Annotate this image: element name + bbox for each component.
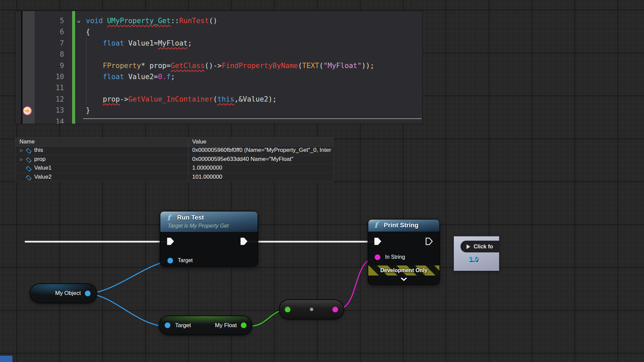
expand-arrow-icon[interactable]: ▷ <box>20 157 23 162</box>
code-token <box>86 73 103 81</box>
object-wire-to-getter-target <box>89 294 167 326</box>
code-text[interactable]: void UMyProperty_Get::RunTest() <box>86 15 217 26</box>
code-token: float <box>103 39 124 47</box>
watched-value: 1.0 <box>469 255 478 263</box>
code-token: FProperty <box>103 62 141 70</box>
watch-row-prop[interactable]: ▷prop0x00000595e633dd40 Name="MyFloat" <box>15 155 333 164</box>
watch-name-header[interactable]: Name <box>19 138 35 145</box>
code-line-13[interactable]: 13} <box>15 105 422 116</box>
code-line-14[interactable]: 14 <box>15 116 422 124</box>
node-get-my-float[interactable]: Target My Float <box>159 316 252 335</box>
code-token: ()-> <box>205 62 222 70</box>
exec-out-pin[interactable] <box>425 237 433 246</box>
line-number: 12 <box>35 94 64 105</box>
code-line-5[interactable]: 5⌄void UMyProperty_Get::RunTest() <box>15 15 422 26</box>
unreal-blueprint-graph-canvas[interactable]: f Run Test Target is My Property Get Tar… <box>0 0 644 362</box>
code-token: } <box>86 106 90 114</box>
watch-row-Value2[interactable]: Value2101.000000 <box>15 173 333 182</box>
code-text[interactable]: prop->GetValue_InContainer(this,&Value2)… <box>86 94 277 105</box>
watch-value-header[interactable]: Value <box>192 138 206 145</box>
node-print-string[interactable]: f Print String In String Development Onl… <box>368 220 439 284</box>
code-token: GetValue_InContainer <box>128 95 213 103</box>
code-text[interactable]: { <box>86 26 90 38</box>
exec-out-pin[interactable] <box>240 237 248 246</box>
exec-in-pin[interactable] <box>167 237 175 246</box>
code-line-7[interactable]: 7 float Value1=MyFloat; <box>15 38 422 49</box>
code-token: UMyProperty_Get <box>107 17 171 25</box>
code-text[interactable]: float Value1=MyFloat; <box>86 38 192 49</box>
code-token <box>86 62 103 70</box>
watch-variable-value[interactable]: 0x000005960fbf0ff0 (Name="MyProperty_Get… <box>192 147 331 154</box>
code-token: prop <box>103 95 120 103</box>
node-run-test[interactable]: f Run Test Target is My Property Get Tar… <box>160 212 258 266</box>
line-number: 10 <box>35 71 64 82</box>
code-text[interactable]: } <box>86 105 90 116</box>
watch-variable-value[interactable]: 101.000000 <box>192 174 331 180</box>
watch-variable-name[interactable]: Value1 <box>34 165 52 171</box>
code-token: void <box>86 17 107 25</box>
code-line-8[interactable]: 8 <box>15 49 422 60</box>
development-only-label: Development Only <box>380 267 427 274</box>
code-token: () <box>209 17 217 25</box>
target-pin-label: Target <box>178 257 193 263</box>
expand-arrow-icon[interactable]: ▷ <box>20 148 23 153</box>
code-token: { <box>86 28 90 36</box>
debug-value-tooltip: Click fo 1.0 <box>454 236 499 271</box>
object-wire-to-runtest-target <box>89 261 168 294</box>
code-token: f <box>166 73 171 81</box>
code-line-11[interactable]: 11 <box>15 82 422 94</box>
code-token: ; <box>171 73 175 81</box>
code-token: MyFloat <box>158 39 188 47</box>
watch-variable-value[interactable]: 1.00000000 <box>192 165 331 171</box>
my-float-out-pin[interactable] <box>241 322 247 328</box>
in-string-pin[interactable] <box>375 254 380 260</box>
exec-in-pin[interactable] <box>374 237 382 246</box>
watch-window[interactable]: Name Value ▷this0x000005960fbf0ff0 (Name… <box>15 137 334 181</box>
click-for-button[interactable]: Click fo <box>461 241 499 252</box>
code-line-9[interactable]: 9 FProperty* prop=GetClass()->FindProper… <box>15 60 422 71</box>
watch-row-Value1[interactable]: Value11.00000000 <box>15 164 333 173</box>
code-line-10[interactable]: 10 float Value2=0.f; <box>15 71 422 82</box>
node-my-object[interactable]: My Object <box>30 284 97 303</box>
watch-variable-name[interactable]: prop <box>34 156 46 163</box>
code-token: :: <box>171 17 179 25</box>
line-number: 6 <box>35 26 64 38</box>
node-run-test-header[interactable]: f Run Test Target is My Property Get <box>160 212 258 232</box>
converter-out-pin[interactable] <box>332 307 338 312</box>
code-token: "MyFloat" <box>323 62 362 70</box>
node-title: Run Test <box>177 214 204 221</box>
code-line-6[interactable]: 6{ <box>15 26 422 38</box>
code-token <box>86 39 103 47</box>
code-token: ( <box>213 95 217 103</box>
getter-target-pin[interactable] <box>165 322 170 328</box>
node-float-to-string[interactable] <box>279 300 343 319</box>
line-number: 5 <box>35 15 64 26</box>
bottom-left-window-fragment <box>0 356 12 362</box>
code-line-12[interactable]: 12 prop->GetValue_InContainer(this,&Valu… <box>15 94 422 105</box>
target-pin[interactable] <box>167 258 173 263</box>
watch-variable-name[interactable]: Value2 <box>34 174 52 180</box>
cursor-arrow-icon <box>467 244 470 249</box>
code-token: * prop= <box>141 62 171 70</box>
expand-chevron-icon[interactable] <box>400 277 408 281</box>
code-text[interactable]: float Value2=0.f; <box>86 71 175 82</box>
code-token: this <box>217 95 234 103</box>
fold-chevron-icon[interactable]: ⌄ <box>77 14 80 25</box>
code-token: float <box>103 73 124 81</box>
code-editor-window[interactable]: 5⌄void UMyProperty_Get::RunTest()6{7 flo… <box>15 11 423 124</box>
current-statement-icon[interactable] <box>23 106 32 115</box>
object-out-pin[interactable] <box>85 291 91 296</box>
variable-icon <box>26 157 32 163</box>
function-icon: f <box>167 213 170 222</box>
code-text[interactable]: FProperty* prop=GetClass()->FindProperty… <box>86 60 374 71</box>
watch-variable-name[interactable]: this <box>34 147 43 154</box>
code-token: Value1= <box>124 39 158 47</box>
my-object-label: My Object <box>55 290 81 297</box>
watch-header-row: Name Value <box>15 138 333 146</box>
converter-in-pin[interactable] <box>285 307 290 312</box>
node-print-string-header[interactable]: f Print String <box>368 220 439 232</box>
watch-variable-value[interactable]: 0x00000595e633dd40 Name="MyFloat" <box>192 156 331 163</box>
code-token: RunTest <box>179 17 209 25</box>
in-string-pin-label: In String <box>385 254 405 260</box>
watch-row-this[interactable]: ▷this0x000005960fbf0ff0 (Name="MyPropert… <box>15 146 333 155</box>
